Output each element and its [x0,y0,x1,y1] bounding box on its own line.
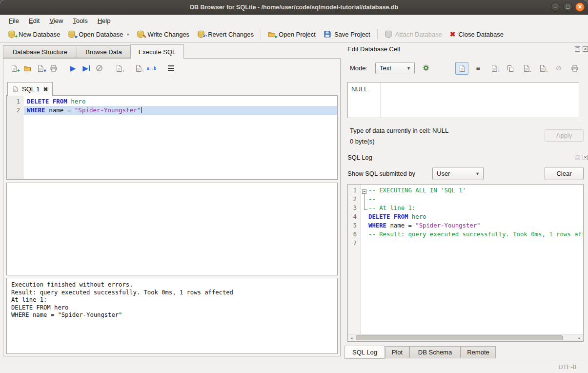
log-filter-value: User [437,170,450,177]
fold-collapse-icon[interactable] [362,189,366,194]
open-sql-file-button[interactable] [20,62,34,74]
menu-file[interactable]: File [4,16,24,25]
maximize-button[interactable]: □ [563,2,572,12]
save-project-icon [324,30,331,38]
app-window: DB Browser for SQLite - /home/user/code/… [0,0,588,373]
mode-combobox[interactable]: Text ▼ [375,62,415,74]
edit-cell-dock-title: Edit Database Cell [347,45,400,53]
print-cell-button[interactable] [568,62,581,75]
title-bar[interactable]: DB Browser for SQLite - /home/user/code/… [0,0,588,15]
apply-button-label: Apply [556,132,572,139]
open-database-button[interactable]: ▸ Open Database ▾ [64,28,133,41]
set-null-button[interactable]: ∅ [552,62,565,75]
revert-changes-icon: ↶ [197,30,205,38]
copy-icon [507,65,513,72]
log-filter-combobox[interactable]: User ▼ [432,167,484,180]
close-button[interactable]: ✕ [575,2,585,12]
tab-execute-sql-label: Execute SQL [139,48,176,56]
save-project-button[interactable]: Save Project [320,28,374,41]
sql-editor[interactable]: 1 2 DELETE FROM hero WHERE name = "Spide… [6,95,338,180]
export-file-icon: → [523,64,530,72]
menu-view[interactable]: View [44,16,68,25]
stop-execution-button [93,62,106,74]
toolbar-separator [261,29,261,40]
dock-tab-label: SQL Log [352,349,377,356]
tab-database-structure[interactable]: Database Structure [3,45,77,58]
float-dock-icon[interactable]: ❐ [575,155,580,160]
close-database-button[interactable]: ✖ Close Database [446,28,507,41]
dock-tab-remote[interactable]: Remote [461,346,496,358]
find-replace-button[interactable]: a→b [145,62,158,74]
save-cell-data-button[interactable]: ↓ [536,62,549,75]
new-database-button[interactable]: + New Database [4,28,64,41]
dock-tab-plot[interactable]: Plot [385,346,409,358]
menu-bar: File Edit View Tools Help [0,15,588,26]
dock-tab-label: Plot [392,349,403,356]
write-changes-label: Write Changes [147,31,189,38]
auto-apply-button[interactable] [419,62,432,74]
dock-tab-sql-log[interactable]: SQL Log [345,346,385,359]
write-changes-button[interactable]: ✎ Write Changes [133,28,193,41]
window-title: DB Browser for SQLite - /home/user/code/… [190,4,398,11]
text-document-icon [458,64,466,72]
log-line [368,239,583,248]
execute-all-button[interactable]: ▶ [66,62,80,74]
close-tab-icon[interactable]: ✖ [43,86,48,93]
word-wrap-button[interactable]: ≡ [471,62,485,75]
printer-icon [50,64,58,72]
cell-size-info: 0 byte(s) [350,138,375,145]
print-sql-button[interactable] [47,62,60,74]
sql-file-icon [12,86,19,92]
sql-log-viewer[interactable]: 1 2 3 4 5 6 7 -- EXECUTING ALL IN 'SQL 1… [347,184,584,342]
revert-changes-button[interactable]: ↶ Revert Changes [193,28,258,41]
cell-type-info: Type of data currently in cell: NULL [350,127,448,134]
close-dock-icon[interactable]: ✕ [583,46,588,52]
scroll-right-icon[interactable]: ▸ [576,334,583,341]
tab-execute-sql[interactable]: Execute SQL [130,44,184,59]
sql-editor-tab[interactable]: SQL 1 ✖ [7,82,53,96]
save-sql-file-button[interactable]: ▾ [34,62,47,74]
open-database-dropdown-icon[interactable]: ▾ [127,32,129,38]
close-dock-icon[interactable]: ✕ [583,155,588,160]
export-results-button[interactable]: ↓ [112,62,125,74]
copy-cell-data-button[interactable] [504,62,517,75]
open-sql-in-tab-button[interactable]: + [7,62,20,74]
open-database-icon: ▸ [68,30,76,38]
line-number: 2 [7,106,23,115]
fold-margin [361,185,368,334]
execute-current-line-button[interactable]: ▶ [80,62,93,74]
open-project-button[interactable]: ▸ Open Project [264,28,320,41]
save-results-button[interactable]: ↑ [132,62,145,74]
editor-line: DELETE FROM hero [24,97,337,106]
dock-tab-db-schema[interactable]: DB Schema [409,346,461,358]
sql-editor-tab-label: SQL 1 [22,85,40,93]
window-controls: – □ ✕ [551,2,585,12]
menu-edit[interactable]: Edit [24,16,44,25]
menu-help[interactable]: Help [93,16,116,25]
results-grid[interactable] [6,183,338,275]
text-view-button[interactable] [455,62,468,75]
scrollbar-thumb[interactable] [356,335,563,340]
float-dock-icon[interactable]: ❐ [575,46,580,52]
export-cell-data-button[interactable]: → [520,62,533,75]
execution-message-log[interactable]: Execution finished without errors. Resul… [6,278,338,354]
chevron-down-icon: ▼ [406,66,411,71]
import-cell-data-button[interactable]: ↓ [487,62,501,75]
printer-icon [571,64,579,72]
horizontal-scrollbar[interactable]: ◂ ▸ [348,334,583,341]
message-line: Execution finished without errors. [11,281,333,289]
clear-log-button[interactable]: Clear [545,167,584,180]
execute-sql-panel: + ▾ ▶ ▶ [3,58,341,356]
line-number-gutter: 1 2 [7,96,23,179]
save-as-icon: ↓ [539,64,547,72]
minimize-button[interactable]: – [551,2,560,12]
tab-browse-data[interactable]: Browse Data [77,45,131,58]
format-sql-button[interactable] [164,62,178,74]
save-results-icon: ↑ [135,64,142,72]
text-cursor [141,107,142,113]
scroll-left-icon[interactable]: ◂ [348,334,355,341]
cell-value-editor[interactable]: NULL [347,82,579,118]
log-filter-label: Show SQL submitted by [347,170,415,177]
sql-log-dock-title: SQL Log [347,154,372,161]
menu-tools[interactable]: Tools [68,16,92,25]
